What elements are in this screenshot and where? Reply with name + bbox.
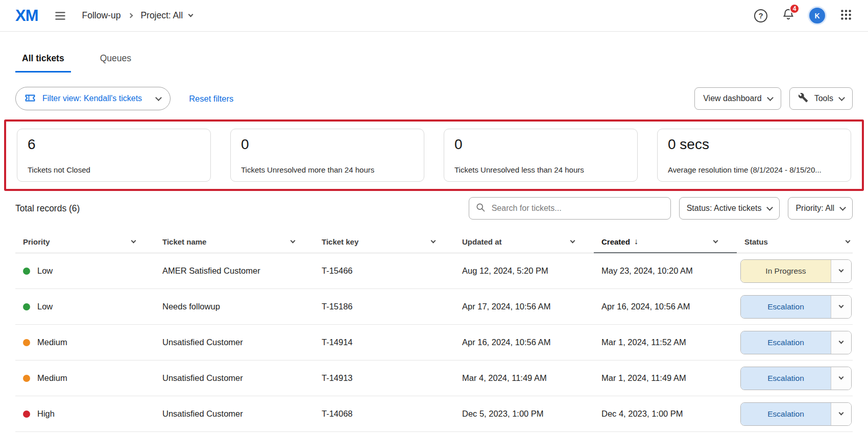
search-input[interactable] xyxy=(491,203,664,213)
notification-badge: 4 xyxy=(789,4,800,14)
status-dropdown[interactable]: Escalation xyxy=(740,331,852,354)
chevron-down-icon xyxy=(846,238,851,244)
priority-label: Medium xyxy=(37,337,67,347)
status-dropdown[interactable]: Escalation xyxy=(740,402,852,426)
priority-filter-dropdown[interactable]: Priority: All xyxy=(788,197,853,220)
table-row[interactable]: Medium Unsatisfied Customer T-14913 Mar … xyxy=(15,360,853,396)
breadcrumb-section[interactable]: Follow-up xyxy=(82,10,121,21)
table-row[interactable]: Low AMER Satisfied Customer T-15466 Aug … xyxy=(15,253,853,289)
column-label: Updated at xyxy=(462,237,502,246)
priority-cell: Medium xyxy=(15,360,155,396)
column-header-created[interactable]: Created ↓ xyxy=(594,231,737,253)
status-dropdown[interactable]: In Progress xyxy=(740,259,852,283)
chevron-down-icon xyxy=(831,403,851,425)
chevron-down-icon xyxy=(570,238,575,244)
apps-grid-button[interactable] xyxy=(839,8,853,23)
status-filter-dropdown[interactable]: Status: Active tickets xyxy=(679,197,780,220)
ticket-key-cell: T-15466 xyxy=(314,253,454,289)
priority-dot xyxy=(23,303,30,310)
tab-queues[interactable]: Queues xyxy=(93,53,138,73)
updated-at-cell: Apr 17, 2024, 10:56 AM xyxy=(454,289,594,325)
status-cell: In Progress xyxy=(737,253,853,289)
column-header-ticket-key[interactable]: Ticket key xyxy=(314,231,454,253)
status-badge: Escalation xyxy=(741,367,831,390)
table-row[interactable]: Medium Unsatisfied Customer T-14914 Apr … xyxy=(15,325,853,360)
stat-card-avg-resolution-time: 0 secs Average resolution time (8/1/2024… xyxy=(657,129,851,182)
status-cell: Escalation xyxy=(737,396,853,432)
status-badge: In Progress xyxy=(741,260,831,282)
ticket-key-cell: T-15186 xyxy=(314,289,454,325)
ticket-name-cell: AMER Satisfied Customer xyxy=(155,253,314,289)
view-dashboard-label: View dashboard xyxy=(703,94,761,103)
stat-card-tickets-not-closed: 6 Tickets not Closed xyxy=(17,129,211,182)
hamburger-menu-icon[interactable] xyxy=(54,9,67,22)
search-icon xyxy=(475,202,486,214)
chevron-down-icon xyxy=(291,238,296,244)
column-header-priority[interactable]: Priority xyxy=(15,231,155,253)
created-cell: Mar 1, 2024, 11:52 AM xyxy=(594,325,737,360)
chevron-down-icon xyxy=(131,238,136,244)
stat-label: Tickets not Closed xyxy=(28,165,200,174)
column-header-status[interactable]: Status xyxy=(737,231,853,253)
ticket-key-cell: T-14914 xyxy=(314,325,454,360)
wrench-icon xyxy=(798,92,808,105)
table-header: Priority Ticket name Ticket key Updated … xyxy=(15,231,853,253)
updated-at-cell: Dec 5, 2023, 1:00 PM xyxy=(454,396,594,432)
chevron-down-icon xyxy=(713,238,718,243)
ticket-name-cell: Unsatisfied Customer xyxy=(155,360,314,396)
status-filter-label: Status: Active tickets xyxy=(687,204,762,213)
priority-dot xyxy=(23,375,30,382)
priority-cell: Low xyxy=(15,253,155,289)
priority-cell: Medium xyxy=(15,325,155,360)
status-dropdown[interactable]: Escalation xyxy=(740,295,852,319)
ticket-key-cell: T-14068 xyxy=(314,396,454,432)
created-cell: Dec 4, 2023, 1:00 PM xyxy=(594,396,737,432)
priority-label: Low xyxy=(37,266,53,276)
table-row[interactable]: High Unsatisfied Customer T-14068 Dec 5,… xyxy=(15,396,853,432)
ticket-name-cell: Needs followup xyxy=(155,289,314,325)
priority-label: Medium xyxy=(37,373,67,383)
status-dropdown[interactable]: Escalation xyxy=(740,367,852,390)
tools-button[interactable]: Tools xyxy=(789,87,853,110)
status-cell: Escalation xyxy=(737,325,853,360)
chevron-down-icon xyxy=(188,12,194,17)
ticket-icon xyxy=(24,91,36,106)
created-cell: Apr 16, 2024, 10:56 AM xyxy=(594,289,737,325)
annotation-highlight: 6 Tickets not Closed 0 Tickets Unresolve… xyxy=(4,119,864,191)
chevron-down-icon xyxy=(831,296,851,318)
ticket-key-cell: T-14913 xyxy=(314,360,454,396)
chevron-down-icon xyxy=(838,94,845,101)
chevron-down-icon xyxy=(431,238,436,244)
filter-view-dropdown[interactable]: Filter view: Kendall's tickets xyxy=(15,87,171,110)
table-row[interactable]: Low Needs followup T-15186 Apr 17, 2024,… xyxy=(15,289,853,325)
stat-label: Tickets Unresolved more than 24 hours xyxy=(241,165,414,174)
priority-dot xyxy=(23,339,30,346)
filter-view-label: Filter view: Kendall's tickets xyxy=(42,94,142,103)
project-selector[interactable]: Project: All xyxy=(140,10,192,21)
stat-card-unresolved-less-24h: 0 Tickets Unresolved less than 24 hours xyxy=(444,129,638,182)
apps-grid-icon xyxy=(839,8,853,23)
priority-label: Low xyxy=(37,302,53,311)
column-header-ticket-name[interactable]: Ticket name xyxy=(155,231,314,253)
help-icon: ? xyxy=(754,9,767,22)
chevron-down-icon xyxy=(767,94,774,101)
stat-value: 6 xyxy=(28,136,200,153)
help-button[interactable]: ? xyxy=(754,9,767,22)
tab-all-tickets[interactable]: All tickets xyxy=(15,53,71,73)
sort-descending-icon: ↓ xyxy=(634,237,638,246)
ticket-name-cell: Unsatisfied Customer xyxy=(155,325,314,360)
notifications-button[interactable]: 4 xyxy=(782,8,795,23)
created-cell: Mar 1, 2024, 11:49 AM xyxy=(594,360,737,396)
column-header-updated-at[interactable]: Updated at xyxy=(454,231,594,253)
status-cell: Escalation xyxy=(737,289,853,325)
priority-label: High xyxy=(37,409,55,419)
project-selector-label: Project: All xyxy=(140,10,183,21)
avatar[interactable]: K xyxy=(809,8,825,23)
view-dashboard-button[interactable]: View dashboard xyxy=(694,87,781,110)
reset-filters-link[interactable]: Reset filters xyxy=(189,94,233,104)
xm-logo: XM xyxy=(15,7,38,25)
search-box xyxy=(469,197,671,220)
column-label: Ticket key xyxy=(322,237,358,246)
breadcrumb: Follow-up Project: All xyxy=(82,10,193,21)
filter-bar: Filter view: Kendall's tickets Reset fil… xyxy=(15,87,853,110)
